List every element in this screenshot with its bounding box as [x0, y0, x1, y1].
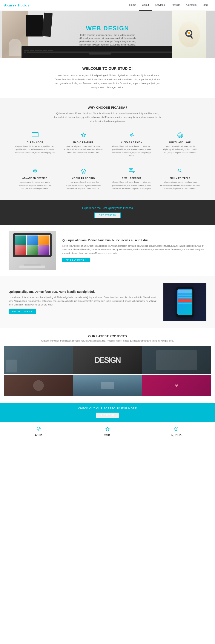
star-icon: [79, 131, 88, 140]
showcase-1-text: Quisque aliquam. Donec faucibus. Nunc ia…: [62, 238, 206, 262]
projects-section: OUR LATEST PROJECTS Aliquam libero nisi,…: [0, 328, 215, 403]
stat-2: 55K: [73, 427, 142, 437]
subscribe-button[interactable]: SUBSCRIBE: [96, 412, 119, 418]
svg-point-18: [38, 428, 39, 429]
stat-3: 6,950K: [142, 427, 211, 437]
project-item-2: DESIGN: [73, 346, 142, 374]
features-grid-2: ADVANCED SETTING Praesent mattis, massa …: [13, 165, 202, 192]
feature-magic: MAGIC FEATURE Quisque aliquam. Donec fau…: [61, 129, 105, 160]
why-title: WHY CHOOSE PICASSA?: [13, 106, 202, 109]
get-started-button[interactable]: GET STARTED: [94, 212, 121, 218]
nav-brand[interactable]: Picassa Studio !: [4, 4, 29, 7]
layers-icon: [79, 167, 88, 176]
hero-description: Tantas equidem urbanitas an has. Eam id …: [77, 34, 138, 46]
project-item-5: [73, 375, 142, 396]
svg-point-13: [178, 169, 181, 172]
showcase-2-title: Quisque aliquam. Donec faucibus. Nunc ia…: [9, 290, 157, 294]
svg-rect-0: [32, 132, 38, 137]
feature-7-desc: Aliquam libero nisi, imperdiet at, tinci…: [112, 181, 152, 190]
showcase-2-image: [163, 283, 206, 321]
hero-right-decor: 🍳: [172, 11, 206, 58]
nav-contacts[interactable]: Contacts: [183, 0, 199, 11]
key-icon: [176, 167, 184, 176]
project-item-1: [4, 346, 73, 374]
globe-icon: [176, 131, 184, 140]
svg-line-21: [176, 429, 177, 430]
feature-1-desc: Aliquam libero nisi, imperdiet at, tinci…: [15, 145, 55, 154]
nav-portfolio[interactable]: Portfolio: [168, 0, 183, 11]
feature-5-title: ADVANCED SETTING: [15, 177, 55, 180]
feature-kickass: KICKASS DESIGN Aliquam libero nisi, impe…: [110, 129, 154, 160]
feature-modular: MODULAR CODING Lorem ipsum dolor sit ame…: [61, 165, 105, 192]
stat-3-number: 6,950K: [142, 433, 211, 437]
feature-8-desc: Quisque aliquam. Donec faucibus. Nunc ia…: [160, 181, 200, 190]
showcase-1-desc: Lorem ipsum dolor sit amet, test link ad…: [62, 244, 206, 255]
projects-grid: DESIGN ♥: [4, 346, 211, 396]
navbar: Picassa Studio ! Home About Services Por…: [0, 0, 215, 11]
dark-cta-banner: Experience the Best Quality with Picassa…: [0, 200, 215, 225]
showcase-2-text: Quisque aliquam. Donec faucibus. Nunc ia…: [9, 290, 157, 314]
feature-8-title: FULLY EDITABLE: [160, 177, 200, 180]
stat-3-icon: [142, 427, 211, 432]
svg-point-3: [131, 134, 132, 135]
showcase-2-section: Quisque aliquam. Donec faucibus. Nunc ia…: [0, 276, 215, 328]
welcome-section: WELCOME TO OUR STUDIO! Lorem ipsum dolor…: [0, 58, 215, 98]
feature-multilang: MULTILANGUAGE Lorem ipsum dolor sit amet…: [158, 129, 202, 160]
why-text: Quisque aliquam. Donec faucibus. Nunc ia…: [54, 112, 161, 124]
welcome-title: WELCOME TO OUR STUDIO!: [17, 66, 198, 71]
stat-1-number: 432K: [4, 433, 73, 437]
why-section: WHY CHOOSE PICASSA? Quisque aliquam. Don…: [0, 98, 215, 200]
rocket-icon: [127, 131, 136, 140]
feature-6-desc: Lorem ipsum dolor sit amet, test link ad…: [63, 181, 103, 190]
portfolio-cta-text: CHECK OUT OUR PORTFOLIO FOR MORE: [4, 407, 211, 410]
project-item-3: [142, 346, 211, 374]
showcase-2-button[interactable]: FIND OUT MORE +: [9, 309, 36, 314]
feature-pixel: PIXEL PERFECT Aliquam libero nisi, imper…: [110, 165, 154, 192]
stat-2-number: 55K: [73, 433, 142, 437]
feature-4-title: MULTILANGUAGE: [160, 141, 200, 144]
project-item-4: [4, 375, 73, 396]
showcase-1-button[interactable]: FIND OUT MORE +: [62, 258, 90, 262]
nav-services[interactable]: Services: [152, 0, 168, 11]
nav-blog[interactable]: Blog: [199, 0, 211, 11]
hero-title: WEB DESIGN: [77, 25, 138, 32]
showcase-1-image: [9, 231, 56, 270]
showcase-1-section: Quisque aliquam. Donec faucibus. Nunc ia…: [0, 225, 215, 276]
stats-bar: 432K 55K 6,950K: [0, 422, 215, 441]
nav-links: Home About Services Portfolio Contacts B…: [126, 0, 211, 11]
gear-icon: [31, 167, 39, 176]
edit-icon: [127, 167, 136, 176]
features-grid-1: CLEAN CODE Aliquam libero nisi, imperdie…: [13, 129, 202, 160]
stat-1: 432K: [4, 427, 73, 437]
nav-about[interactable]: About: [139, 0, 152, 11]
hero-section: 🍳 WEB DESIGN Tantas equidem urbanitas an…: [0, 11, 215, 58]
feature-3-title: KICKASS DESIGN: [112, 141, 152, 144]
feature-6-title: MODULAR CODING: [63, 177, 103, 180]
portfolio-cta-banner: CHECK OUT OUR PORTFOLIO FOR MORE SUBSCRI…: [0, 403, 215, 422]
feature-advanced: ADVANCED SETTING Praesent mattis, massa …: [13, 165, 57, 192]
feature-3-desc: Aliquam libero nisi, imperdiet at, tinci…: [112, 145, 152, 157]
feature-1-title: CLEAN CODE: [15, 141, 55, 144]
projects-subtitle: Aliquam libero nisi, imperdiet at, tinci…: [4, 340, 211, 342]
svg-point-14: [179, 170, 180, 171]
banner-text: Experience the Best Quality with Picassa: [4, 206, 211, 210]
feature-clean-code: CLEAN CODE Aliquam libero nisi, imperdie…: [13, 129, 57, 160]
feature-editable: FULLY EDITABLE Quisque aliquam. Donec fa…: [158, 165, 202, 192]
feature-2-title: MAGIC FEATURE: [63, 141, 103, 144]
showcase-2-desc: Lorem ipsum dolor sit amet, test link ad…: [9, 296, 157, 306]
projects-title: OUR LATEST PROJECTS: [4, 334, 211, 338]
stat-2-icon: [73, 427, 142, 432]
feature-7-title: PIXEL PERFECT: [112, 177, 152, 180]
hero-text: WEB DESIGN Tantas equidem urbanitas an h…: [77, 25, 138, 46]
feature-4-desc: Lorem ipsum dolor sit amet, test link ad…: [160, 145, 200, 154]
svg-rect-10: [129, 168, 133, 172]
project-item-6: ♥: [142, 375, 211, 396]
stat-1-icon: [4, 427, 73, 432]
svg-point-9: [34, 170, 36, 172]
monitor-icon: [31, 131, 39, 140]
showcase-1-title: Quisque aliquam. Donec faucibus. Nunc ia…: [62, 238, 206, 242]
welcome-text: Lorem ipsum dolor sit amet, test link ad…: [54, 74, 161, 90]
nav-home[interactable]: Home: [126, 0, 139, 11]
feature-2-desc: Quisque aliquam. Donec faucibus. Nunc ia…: [63, 145, 103, 154]
feature-5-desc: Praesent mattis, massa quis luctus ferme…: [15, 181, 55, 190]
